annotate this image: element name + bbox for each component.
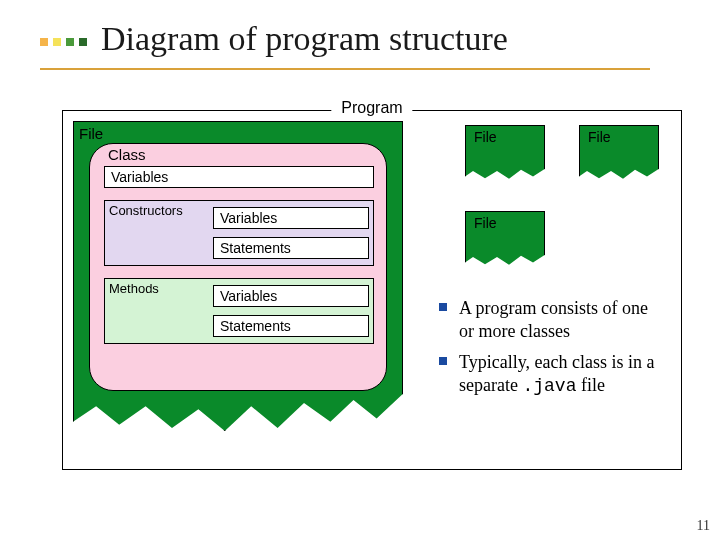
file-label: File xyxy=(474,215,497,231)
constructors-label: Constructors xyxy=(109,203,183,218)
program-legend: Program xyxy=(331,99,412,117)
note-text: A program consists of one or more classe… xyxy=(459,298,648,341)
class-variables-box: Variables xyxy=(104,166,374,188)
decor-square xyxy=(66,38,74,46)
decor-square xyxy=(79,38,87,46)
methods-variables: Variables xyxy=(213,285,369,307)
slide-title-row: Diagram of program structure xyxy=(40,20,508,58)
decor-square xyxy=(53,38,61,46)
slide-title: Diagram of program structure xyxy=(101,20,508,58)
file-label: File xyxy=(474,129,497,145)
methods-statements: Statements xyxy=(213,315,369,337)
page-number: 11 xyxy=(697,518,710,534)
file-block: File xyxy=(465,211,545,267)
primary-file-block: File Class Variables Constructors Variab… xyxy=(73,121,403,431)
file-block: File xyxy=(579,125,659,181)
notes-list: A program consists of one or more classe… xyxy=(433,297,663,405)
file-label: File xyxy=(79,125,103,142)
constructors-variables: Variables xyxy=(213,207,369,229)
file-label: File xyxy=(588,129,611,145)
methods-label: Methods xyxy=(109,281,159,296)
title-underline xyxy=(40,68,650,70)
constructors-statements: Statements xyxy=(213,237,369,259)
class-label: Class xyxy=(108,146,146,163)
note-mono: .java xyxy=(522,376,576,396)
class-box: Class Variables Constructors Variables S… xyxy=(89,143,387,391)
note-text-after: file xyxy=(576,375,605,395)
list-item: Typically, each class is in a separate .… xyxy=(433,351,663,397)
program-frame: Program File Class Variables Constructor… xyxy=(62,110,682,470)
methods-box: Methods Variables Statements xyxy=(104,278,374,344)
constructors-box: Constructors Variables Statements xyxy=(104,200,374,266)
file-block: File xyxy=(465,125,545,181)
list-item: A program consists of one or more classe… xyxy=(433,297,663,343)
decor-square xyxy=(40,38,48,46)
title-decor xyxy=(40,38,87,58)
